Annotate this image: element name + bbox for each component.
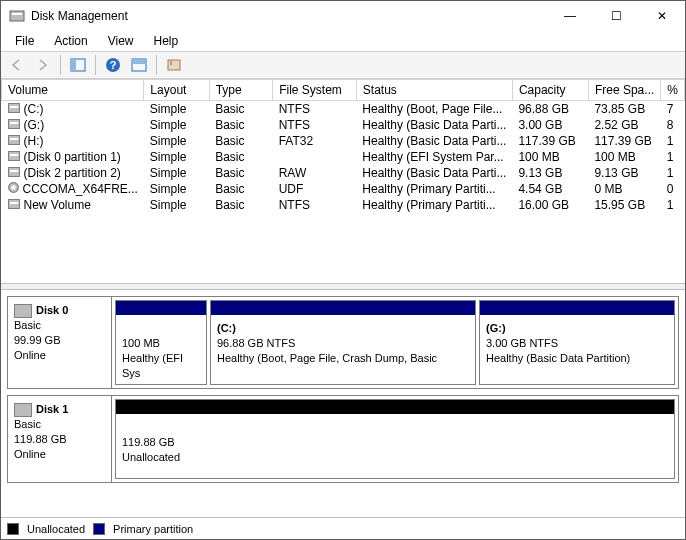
- svg-rect-0: [10, 11, 24, 21]
- cell-type: Basic: [209, 165, 273, 181]
- drive-icon: [8, 103, 20, 113]
- help-icon[interactable]: ?: [101, 54, 125, 76]
- partition-label: (C:): [217, 322, 236, 334]
- cell-status: Healthy (Primary Partiti...: [356, 181, 512, 197]
- swatch-unallocated: [7, 523, 19, 535]
- volume-table[interactable]: Volume Layout Type File System Status Ca…: [1, 79, 685, 213]
- disk-title: Disk 1: [36, 403, 68, 415]
- disk-size: 99.99 GB: [14, 333, 105, 348]
- volume-name: (G:): [24, 118, 45, 132]
- partition-stripe: [211, 301, 475, 315]
- cell-layout: Simple: [144, 133, 209, 149]
- cell-capacity: 16.00 GB: [512, 197, 588, 213]
- table-row[interactable]: (G:)SimpleBasicNTFSHealthy (Basic Data P…: [2, 117, 685, 133]
- toolbar-separator: [156, 55, 157, 75]
- window-title: Disk Management: [31, 9, 547, 23]
- cell-fs: [273, 149, 357, 165]
- partition-status: Healthy (EFI Sys: [122, 351, 200, 381]
- table-row[interactable]: New VolumeSimpleBasicNTFSHealthy (Primar…: [2, 197, 685, 213]
- disk-size: 119.88 GB: [14, 432, 105, 447]
- drive-icon: [8, 151, 20, 161]
- svg-rect-3: [71, 59, 76, 71]
- menu-file[interactable]: File: [5, 32, 44, 50]
- table-row[interactable]: CCCOMA_X64FRE...SimpleBasicUDFHealthy (P…: [2, 181, 685, 197]
- disk-state: Online: [14, 348, 105, 363]
- cell-fs: UDF: [273, 181, 357, 197]
- hdd-icon: [14, 304, 32, 318]
- legend: Unallocated Primary partition: [1, 517, 685, 539]
- partition[interactable]: (C:)96.88 GB NTFSHealthy (Boot, Page Fil…: [210, 300, 476, 385]
- cell-status: Healthy (EFI System Par...: [356, 149, 512, 165]
- disk-info[interactable]: Disk 1Basic119.88 GBOnline: [8, 396, 112, 482]
- cell-free: 73.85 GB: [588, 101, 660, 118]
- table-row[interactable]: (Disk 2 partition 2)SimpleBasicRAWHealth…: [2, 165, 685, 181]
- cell-capacity: 100 MB: [512, 149, 588, 165]
- maximize-button[interactable]: ☐: [593, 1, 639, 31]
- col-type[interactable]: Type: [209, 80, 273, 101]
- partition-stripe: [480, 301, 674, 315]
- cell-pct: 1: [661, 149, 685, 165]
- disk-title: Disk 0: [36, 304, 68, 316]
- partition[interactable]: 100 MBHealthy (EFI Sys: [115, 300, 207, 385]
- cell-free: 0 MB: [588, 181, 660, 197]
- col-volume[interactable]: Volume: [2, 80, 144, 101]
- menu-action[interactable]: Action: [44, 32, 97, 50]
- disc-icon: [8, 182, 19, 193]
- disk-info[interactable]: Disk 0Basic99.99 GBOnline: [8, 297, 112, 388]
- disk-type: Basic: [14, 417, 105, 432]
- partition[interactable]: 119.88 GBUnallocated: [115, 399, 675, 479]
- cell-layout: Simple: [144, 181, 209, 197]
- cell-pct: 1: [661, 165, 685, 181]
- partition[interactable]: (G:)3.00 GB NTFSHealthy (Basic Data Part…: [479, 300, 675, 385]
- toolbar: ?: [1, 51, 685, 79]
- cell-layout: Simple: [144, 165, 209, 181]
- disk-partitions: 119.88 GBUnallocated: [112, 396, 678, 482]
- cell-free: 100 MB: [588, 149, 660, 165]
- show-hide-tree-button[interactable]: [66, 54, 90, 76]
- panel-top-button[interactable]: [127, 54, 151, 76]
- partition-size: 3.00 GB NTFS: [486, 336, 668, 351]
- col-filesystem[interactable]: File System: [273, 80, 357, 101]
- legend-unallocated: Unallocated: [27, 523, 85, 535]
- cell-layout: Simple: [144, 149, 209, 165]
- col-percent[interactable]: %: [661, 80, 685, 101]
- cell-fs: NTFS: [273, 117, 357, 133]
- toolbar-separator: [60, 55, 61, 75]
- partition-label: (G:): [486, 322, 506, 334]
- cell-status: Healthy (Basic Data Parti...: [356, 133, 512, 149]
- settings-icon[interactable]: [162, 54, 186, 76]
- cell-free: 15.95 GB: [588, 197, 660, 213]
- cell-pct: 7: [661, 101, 685, 118]
- partition-status: Healthy (Basic Data Partition): [486, 351, 668, 366]
- title-bar: Disk Management — ☐ ✕: [1, 1, 685, 31]
- cell-free: 117.39 GB: [588, 133, 660, 149]
- close-button[interactable]: ✕: [639, 1, 685, 31]
- table-row[interactable]: (H:)SimpleBasicFAT32Healthy (Basic Data …: [2, 133, 685, 149]
- table-row[interactable]: (Disk 0 partition 1)SimpleBasicHealthy (…: [2, 149, 685, 165]
- window-controls: — ☐ ✕: [547, 1, 685, 31]
- volume-name: (Disk 2 partition 2): [24, 166, 121, 180]
- partition-size: 96.88 GB NTFS: [217, 336, 469, 351]
- forward-button[interactable]: [31, 54, 55, 76]
- cell-capacity: 3.00 GB: [512, 117, 588, 133]
- cell-type: Basic: [209, 133, 273, 149]
- partition-size: 119.88 GB: [122, 435, 668, 450]
- menu-help[interactable]: Help: [144, 32, 189, 50]
- disk-row: Disk 1Basic119.88 GBOnline 119.88 GBUnal…: [7, 395, 679, 483]
- cell-fs: NTFS: [273, 101, 357, 118]
- volume-name: CCCOMA_X64FRE...: [23, 182, 138, 196]
- partition-stripe: [116, 301, 206, 315]
- disk-row: Disk 0Basic99.99 GBOnline 100 MBHealthy …: [7, 296, 679, 389]
- disk-state: Online: [14, 447, 105, 462]
- col-free[interactable]: Free Spa...: [588, 80, 660, 101]
- cell-type: Basic: [209, 197, 273, 213]
- table-row[interactable]: (C:)SimpleBasicNTFSHealthy (Boot, Page F…: [2, 101, 685, 118]
- minimize-button[interactable]: —: [547, 1, 593, 31]
- col-status[interactable]: Status: [356, 80, 512, 101]
- menu-view[interactable]: View: [98, 32, 144, 50]
- back-button[interactable]: [5, 54, 29, 76]
- cell-type: Basic: [209, 117, 273, 133]
- col-capacity[interactable]: Capacity: [512, 80, 588, 101]
- cell-type: Basic: [209, 101, 273, 118]
- col-layout[interactable]: Layout: [144, 80, 209, 101]
